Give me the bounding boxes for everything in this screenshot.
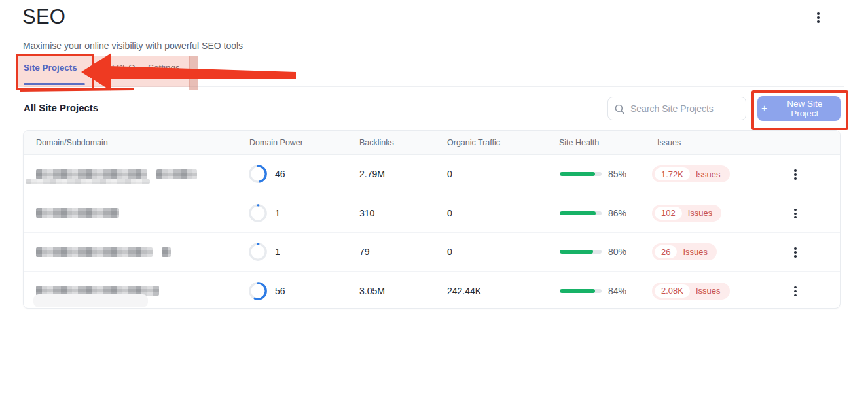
organic-traffic-value: 0 [447,247,452,257]
section-title: All Site Projects [24,102,98,113]
site-projects-table: Domain/Subdomain Domain Power Backlinks … [23,130,841,309]
backlinks-value: 310 [359,208,374,218]
organic-traffic-value: 0 [447,208,452,218]
redaction-patch [33,294,148,307]
issues-count: 102 [655,207,682,220]
annotation-box-button [751,90,848,130]
site-health-bar [560,172,602,176]
issues-count: 2.08K [655,284,690,298]
search-input[interactable] [629,103,739,114]
issues-label: Issues [696,286,721,296]
col-domain: Domain/Subdomain [36,138,108,147]
site-health-value: 84% [608,286,626,296]
redacted-domain-text [156,169,197,179]
issues-label: Issues [696,169,721,179]
seo-page: SEO Maximise your online visibility with… [0,0,868,395]
row-menu-kebab-icon[interactable] [788,244,803,261]
issues-badge[interactable]: 102 Issues [652,205,721,222]
site-health-value: 85% [608,169,626,179]
redacted-domain-text [36,247,153,257]
site-health-value: 80% [608,247,626,257]
site-health-bar [560,250,602,254]
domain-cell [36,194,119,233]
table-row[interactable]: 1 79 0 80% 26 Issues [24,233,840,272]
site-health-value: 86% [608,208,626,218]
domain-cell [36,233,171,271]
organic-traffic-value: 0 [447,169,452,179]
issues-label: Issues [688,208,713,218]
domain-power-value: 1 [275,247,280,257]
annotation-arrow-icon [52,46,308,98]
redacted-domain-subtext [26,179,150,184]
issues-badge[interactable]: 2.08K Issues [652,283,730,300]
domain-cell [36,155,197,194]
table-row[interactable]: 1 310 0 86% 102 Issues [24,194,840,233]
domain-power-ring [248,242,268,262]
search-box[interactable] [607,97,746,120]
organic-traffic-value: 242.44K [447,286,481,296]
issues-badge[interactable]: 1.72K Issues [652,165,730,182]
col-issues: Issues [657,138,681,147]
issues-count: 1.72K [655,167,690,180]
redacted-domain-text [162,247,171,257]
row-menu-kebab-icon[interactable] [788,283,803,300]
col-organic-traffic: Organic Traffic [447,138,500,147]
page-title: SEO [22,5,65,29]
redacted-domain-text [36,169,147,179]
backlinks-value: 2.79M [359,169,385,179]
domain-power-value: 1 [275,208,280,218]
table-row[interactable]: 46 2.79M 0 85% 1.72K Issues [24,155,840,194]
backlinks-value: 79 [359,247,370,257]
issues-count: 26 [655,245,677,258]
domain-power-ring [248,203,268,223]
domain-power-ring [248,281,268,301]
header-kebab-menu-icon[interactable] [812,9,824,26]
issues-badge[interactable]: 26 Issues [652,243,717,260]
domain-power-value: 46 [275,169,285,179]
backlinks-value: 3.05M [359,286,385,296]
redacted-domain-text [36,208,119,218]
site-health-bar [560,289,602,293]
col-domain-power: Domain Power [249,138,303,147]
col-site-health: Site Health [559,138,599,147]
table-header-row: Domain/Subdomain Domain Power Backlinks … [24,131,840,155]
domain-power-value: 56 [275,286,285,296]
search-icon [615,104,624,114]
site-health-bar [560,211,602,215]
issues-label: Issues [683,247,708,257]
row-menu-kebab-icon[interactable] [788,166,803,183]
col-backlinks: Backlinks [359,138,394,147]
row-menu-kebab-icon[interactable] [788,205,803,222]
domain-power-ring [248,164,268,184]
